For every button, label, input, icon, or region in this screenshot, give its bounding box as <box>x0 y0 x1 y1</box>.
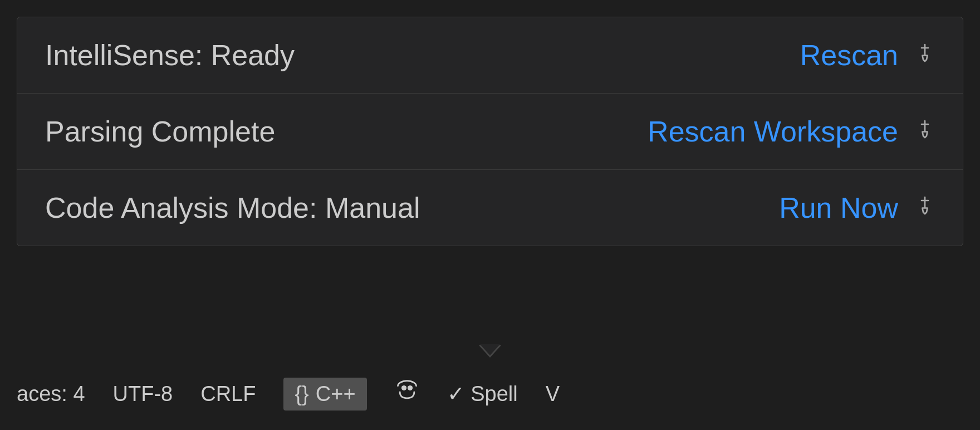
statusbar-extra[interactable]: V <box>546 382 560 406</box>
parsing-actions: Rescan Workspace <box>648 115 935 148</box>
statusbar: aces: 4 UTF-8 CRLF {} C++ ✓ Spell V <box>0 358 980 430</box>
statusbar-spaces[interactable]: aces: 4 <box>17 382 85 406</box>
parsing-row: Parsing Complete Rescan Workspace <box>17 94 963 170</box>
pin-parsing-icon[interactable] <box>915 119 935 144</box>
intellisense-label: IntelliSense: Ready <box>45 38 295 72</box>
statusbar-copilot[interactable] <box>395 379 419 409</box>
pin-intellisense-icon[interactable] <box>915 43 935 68</box>
intellisense-row: IntelliSense: Ready Rescan <box>17 17 963 94</box>
popup-panel: IntelliSense: Ready Rescan Parsing Compl… <box>17 17 963 246</box>
svg-point-0 <box>401 385 406 390</box>
statusbar-spell[interactable]: ✓ Spell <box>447 382 518 406</box>
intellisense-actions: Rescan <box>800 38 935 72</box>
parsing-label: Parsing Complete <box>45 115 275 148</box>
run-now-button[interactable]: Run Now <box>779 191 898 224</box>
statusbar-language[interactable]: {} C++ <box>283 378 366 411</box>
rescan-button[interactable]: Rescan <box>800 38 898 72</box>
statusbar-eol[interactable]: CRLF <box>200 382 256 406</box>
code-analysis-row: Code Analysis Mode: Manual Run Now <box>17 170 963 246</box>
braces-icon: {} <box>295 382 308 406</box>
rescan-workspace-button[interactable]: Rescan Workspace <box>648 115 898 148</box>
code-analysis-actions: Run Now <box>779 191 935 224</box>
language-label: C++ <box>316 382 356 406</box>
statusbar-encoding[interactable]: UTF-8 <box>113 382 173 406</box>
svg-point-1 <box>408 385 413 390</box>
popup-pointer <box>479 345 501 358</box>
pin-code-analysis-icon[interactable] <box>915 196 935 221</box>
code-analysis-label: Code Analysis Mode: Manual <box>45 191 420 224</box>
